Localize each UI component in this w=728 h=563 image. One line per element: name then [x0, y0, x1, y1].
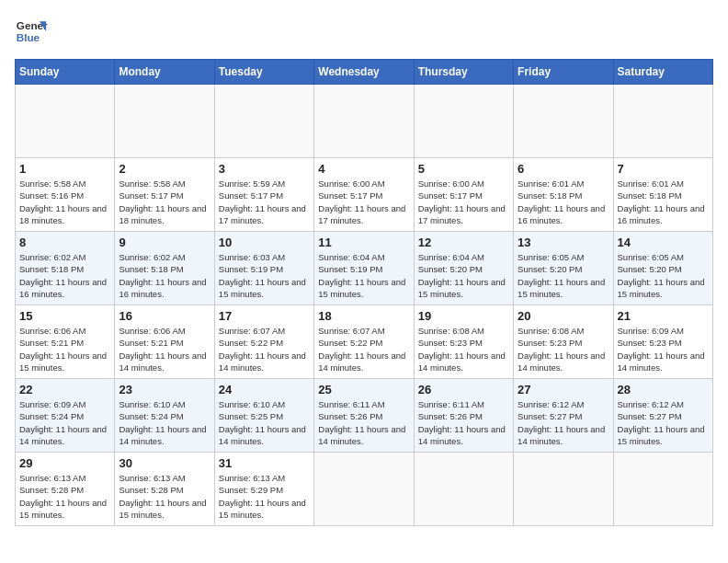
day-number: 30	[119, 456, 210, 470]
calendar-cell: 8 Sunrise: 6:02 AM Sunset: 5:18 PM Dayli…	[16, 232, 115, 305]
day-info: Sunrise: 6:12 AM Sunset: 5:27 PM Dayligh…	[518, 398, 609, 447]
day-number: 28	[618, 383, 709, 396]
day-info: Sunrise: 6:03 AM Sunset: 5:19 PM Dayligh…	[219, 251, 310, 300]
calendar-cell	[16, 85, 115, 158]
calendar-cell	[214, 85, 313, 158]
col-sunday: Sunday	[16, 60, 115, 85]
calendar-row: 1 Sunrise: 5:58 AM Sunset: 5:16 PM Dayli…	[16, 158, 713, 232]
calendar-cell: 12 Sunrise: 6:04 AM Sunset: 5:20 PM Dayl…	[414, 232, 513, 305]
calendar-cell: 31 Sunrise: 6:13 AM Sunset: 5:29 PM Dayl…	[214, 453, 313, 526]
day-info: Sunrise: 6:01 AM Sunset: 5:18 PM Dayligh…	[618, 178, 709, 226]
day-info: Sunrise: 6:07 AM Sunset: 5:22 PM Dayligh…	[318, 325, 409, 373]
calendar-cell: 25 Sunrise: 6:11 AM Sunset: 5:26 PM Dayl…	[314, 379, 414, 453]
day-number: 29	[19, 456, 110, 470]
day-number: 14	[618, 236, 709, 249]
calendar-cell: 28 Sunrise: 6:12 AM Sunset: 5:27 PM Dayl…	[613, 379, 712, 453]
calendar-cell: 11 Sunrise: 6:04 AM Sunset: 5:19 PM Dayl…	[314, 232, 414, 305]
day-number: 24	[219, 383, 310, 396]
calendar-cell	[414, 453, 513, 526]
day-number: 23	[119, 383, 210, 396]
day-number: 2	[119, 162, 210, 176]
day-number: 15	[19, 309, 110, 323]
calendar-cell: 26 Sunrise: 6:11 AM Sunset: 5:26 PM Dayl…	[414, 379, 513, 453]
col-monday: Monday	[115, 60, 214, 85]
day-number: 7	[618, 162, 709, 176]
calendar-cell: 9 Sunrise: 6:02 AM Sunset: 5:18 PM Dayli…	[115, 232, 214, 305]
day-number: 21	[618, 309, 709, 323]
day-info: Sunrise: 6:10 AM Sunset: 5:24 PM Dayligh…	[119, 398, 210, 447]
day-info: Sunrise: 6:04 AM Sunset: 5:19 PM Dayligh…	[318, 251, 409, 300]
calendar-cell: 4 Sunrise: 6:00 AM Sunset: 5:17 PM Dayli…	[314, 158, 414, 232]
day-number: 16	[119, 309, 210, 323]
day-info: Sunrise: 6:07 AM Sunset: 5:22 PM Dayligh…	[219, 325, 310, 373]
calendar-table: Sunday Monday Tuesday Wednesday Thursday…	[15, 59, 713, 526]
calendar-cell: 20 Sunrise: 6:08 AM Sunset: 5:23 PM Dayl…	[514, 305, 613, 379]
day-info: Sunrise: 6:10 AM Sunset: 5:25 PM Dayligh…	[219, 398, 310, 447]
calendar-cell	[414, 85, 513, 158]
calendar-cell: 24 Sunrise: 6:10 AM Sunset: 5:25 PM Dayl…	[214, 379, 313, 453]
calendar-cell: 6 Sunrise: 6:01 AM Sunset: 5:18 PM Dayli…	[514, 158, 613, 232]
calendar-cell	[115, 85, 214, 158]
day-number: 31	[219, 456, 310, 470]
day-number: 3	[219, 162, 310, 176]
day-info: Sunrise: 5:59 AM Sunset: 5:17 PM Dayligh…	[219, 178, 310, 226]
day-number: 26	[418, 383, 509, 396]
logo: General Blue	[15, 15, 48, 48]
calendar-cell: 30 Sunrise: 6:13 AM Sunset: 5:28 PM Dayl…	[115, 453, 214, 526]
day-number: 8	[19, 236, 110, 249]
calendar-cell	[314, 453, 414, 526]
day-info: Sunrise: 6:08 AM Sunset: 5:23 PM Dayligh…	[418, 325, 509, 373]
day-info: Sunrise: 6:11 AM Sunset: 5:26 PM Dayligh…	[318, 398, 409, 447]
day-info: Sunrise: 6:06 AM Sunset: 5:21 PM Dayligh…	[119, 325, 210, 373]
calendar-cell: 5 Sunrise: 6:00 AM Sunset: 5:17 PM Dayli…	[414, 158, 513, 232]
calendar-cell: 1 Sunrise: 5:58 AM Sunset: 5:16 PM Dayli…	[16, 158, 115, 232]
day-info: Sunrise: 6:02 AM Sunset: 5:18 PM Dayligh…	[19, 251, 110, 300]
day-number: 12	[418, 236, 509, 249]
day-number: 6	[518, 162, 609, 176]
day-info: Sunrise: 6:00 AM Sunset: 5:17 PM Dayligh…	[418, 178, 509, 226]
day-info: Sunrise: 5:58 AM Sunset: 5:17 PM Dayligh…	[119, 178, 210, 226]
calendar-cell: 27 Sunrise: 6:12 AM Sunset: 5:27 PM Dayl…	[514, 379, 613, 453]
calendar-cell: 21 Sunrise: 6:09 AM Sunset: 5:23 PM Dayl…	[613, 305, 712, 379]
day-info: Sunrise: 6:01 AM Sunset: 5:18 PM Dayligh…	[518, 178, 609, 226]
calendar-cell	[514, 85, 613, 158]
day-number: 9	[119, 236, 210, 249]
day-info: Sunrise: 6:02 AM Sunset: 5:18 PM Dayligh…	[119, 251, 210, 300]
day-info: Sunrise: 6:13 AM Sunset: 5:29 PM Dayligh…	[219, 472, 310, 521]
day-info: Sunrise: 6:12 AM Sunset: 5:27 PM Dayligh…	[618, 398, 709, 447]
day-info: Sunrise: 6:05 AM Sunset: 5:20 PM Dayligh…	[618, 251, 709, 300]
day-info: Sunrise: 6:13 AM Sunset: 5:28 PM Dayligh…	[19, 472, 110, 521]
col-thursday: Thursday	[414, 60, 513, 85]
day-info: Sunrise: 6:13 AM Sunset: 5:28 PM Dayligh…	[119, 472, 210, 521]
day-number: 20	[518, 309, 609, 323]
day-number: 17	[219, 309, 310, 323]
calendar-cell: 29 Sunrise: 6:13 AM Sunset: 5:28 PM Dayl…	[16, 453, 115, 526]
calendar-cell: 2 Sunrise: 5:58 AM Sunset: 5:17 PM Dayli…	[115, 158, 214, 232]
day-number: 5	[418, 162, 509, 176]
day-info: Sunrise: 5:58 AM Sunset: 5:16 PM Dayligh…	[19, 178, 110, 226]
calendar-row: 15 Sunrise: 6:06 AM Sunset: 5:21 PM Dayl…	[16, 305, 713, 379]
calendar-cell: 13 Sunrise: 6:05 AM Sunset: 5:20 PM Dayl…	[514, 232, 613, 305]
svg-text:Blue: Blue	[17, 31, 40, 43]
day-info: Sunrise: 6:11 AM Sunset: 5:26 PM Dayligh…	[418, 398, 509, 447]
logo-icon: General Blue	[15, 15, 48, 48]
calendar-cell: 22 Sunrise: 6:09 AM Sunset: 5:24 PM Dayl…	[16, 379, 115, 453]
day-number: 18	[318, 309, 409, 323]
calendar-row: 8 Sunrise: 6:02 AM Sunset: 5:18 PM Dayli…	[16, 232, 713, 305]
calendar-cell	[314, 85, 414, 158]
calendar-cell: 17 Sunrise: 6:07 AM Sunset: 5:22 PM Dayl…	[214, 305, 313, 379]
calendar-cell: 7 Sunrise: 6:01 AM Sunset: 5:18 PM Dayli…	[613, 158, 712, 232]
calendar-cell: 19 Sunrise: 6:08 AM Sunset: 5:23 PM Dayl…	[414, 305, 513, 379]
day-info: Sunrise: 6:00 AM Sunset: 5:17 PM Dayligh…	[318, 178, 409, 226]
day-info: Sunrise: 6:09 AM Sunset: 5:24 PM Dayligh…	[19, 398, 110, 447]
day-info: Sunrise: 6:04 AM Sunset: 5:20 PM Dayligh…	[418, 251, 509, 300]
calendar-cell: 15 Sunrise: 6:06 AM Sunset: 5:21 PM Dayl…	[16, 305, 115, 379]
day-info: Sunrise: 6:08 AM Sunset: 5:23 PM Dayligh…	[518, 325, 609, 373]
col-friday: Friday	[514, 60, 613, 85]
day-number: 13	[518, 236, 609, 249]
day-info: Sunrise: 6:06 AM Sunset: 5:21 PM Dayligh…	[19, 325, 110, 373]
calendar-cell	[514, 453, 613, 526]
day-number: 1	[19, 162, 110, 176]
day-number: 4	[318, 162, 409, 176]
calendar-row: 29 Sunrise: 6:13 AM Sunset: 5:28 PM Dayl…	[16, 453, 713, 526]
